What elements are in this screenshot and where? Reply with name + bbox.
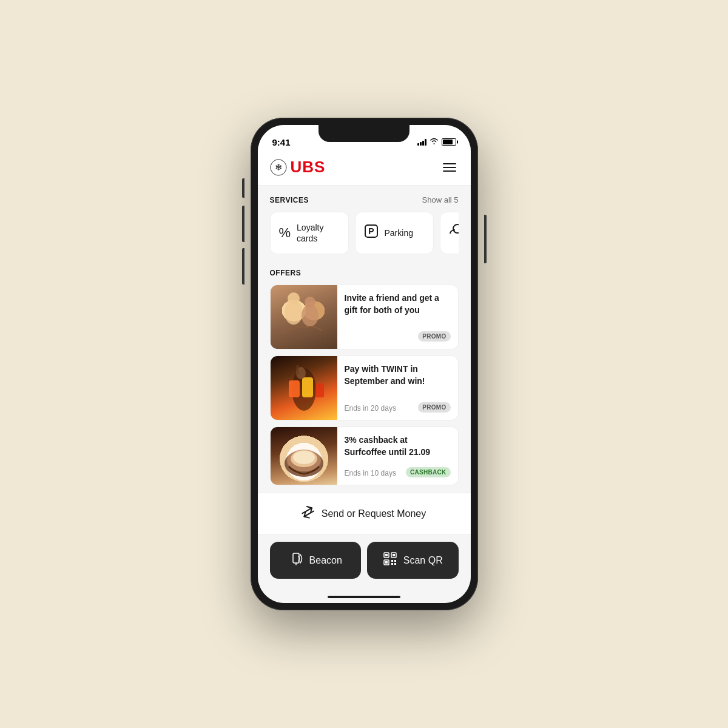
status-icons: [417, 138, 456, 146]
power-button: [484, 215, 487, 263]
main-content: SERVICES Show all 5 % Loyaltycards: [258, 186, 471, 493]
service-parking[interactable]: P Parking: [355, 212, 434, 254]
svg-rect-10: [289, 380, 300, 397]
services-section: SERVICES Show all 5 % Loyaltycards: [258, 186, 471, 259]
svg-rect-24: [385, 554, 388, 556]
service-transfer[interactable]: [440, 212, 459, 254]
offers-title: OFFERS: [270, 269, 302, 277]
svg-rect-12: [315, 383, 324, 397]
offers-section: OFFERS Invite: [258, 259, 471, 493]
battery-icon: [442, 138, 456, 146]
scan-qr-icon: [383, 551, 397, 569]
parking-icon: P: [364, 224, 379, 242]
send-request-button[interactable]: Send or Request Money: [270, 502, 459, 525]
show-all-services[interactable]: Show all 5: [422, 195, 459, 204]
volume-up-button: [242, 206, 244, 242]
home-indicator: [258, 591, 471, 603]
send-request-section: Send or Request Money: [258, 493, 471, 534]
offer-invite-image: [271, 285, 337, 349]
offer-surfcoffee-image: [271, 427, 337, 485]
loyalty-cards-icon: %: [279, 225, 291, 241]
svg-rect-19: [293, 553, 299, 563]
services-title: SERVICES: [270, 196, 309, 204]
svg-rect-25: [393, 554, 395, 556]
transfer-icon: [447, 224, 459, 242]
svg-point-6: [288, 292, 300, 305]
wifi-icon: [430, 138, 439, 146]
svg-rect-14: [296, 365, 299, 374]
offer-invite-friend[interactable]: Invite a friend and get a gift for both …: [270, 285, 459, 349]
offer-invite-footer: PROMO: [345, 331, 451, 342]
notch: [318, 125, 410, 142]
services-header: SERVICES Show all 5: [270, 195, 459, 204]
ubs-logo-icon: ❄: [270, 159, 287, 176]
offer-twint-footer: Ends in 20 days PROMO: [345, 402, 451, 413]
loyalty-cards-label: Loyaltycards: [297, 222, 323, 244]
volume-mute-button: [242, 178, 244, 198]
offer-twint-badge: PROMO: [418, 402, 450, 413]
offer-invite-badge: PROMO: [418, 331, 450, 342]
svg-text:P: P: [368, 226, 374, 236]
offer-twint-title: Pay with TWINT in September and win!: [345, 363, 451, 387]
svg-point-8: [305, 297, 315, 308]
phone-screen: 9:41: [258, 125, 471, 603]
svg-point-18: [293, 451, 315, 464]
svg-rect-30: [394, 563, 396, 565]
svg-rect-28: [394, 560, 396, 562]
ubs-logo: ❄ UBS: [270, 158, 326, 177]
svg-rect-29: [391, 563, 393, 565]
offer-invite-content: Invite a friend and get a gift for both …: [337, 285, 458, 349]
offer-twint-image: [271, 356, 337, 420]
svg-point-7: [302, 305, 318, 326]
volume-down-button: [242, 248, 244, 285]
beacon-button[interactable]: Beacon: [270, 542, 362, 579]
offers-header: OFFERS: [270, 269, 459, 277]
offer-invite-title: Invite a friend and get a gift for both …: [345, 292, 451, 316]
menu-button[interactable]: [440, 161, 459, 174]
svg-text:❄: ❄: [274, 161, 282, 172]
arrows-icon: [298, 503, 318, 524]
send-request-label: Send or Request Money: [322, 508, 426, 519]
offer-twint[interactable]: Pay with TWINT in September and win! End…: [270, 356, 459, 420]
beacon-label: Beacon: [309, 555, 342, 566]
svg-rect-26: [385, 561, 388, 564]
svg-rect-27: [391, 560, 393, 562]
home-bar: [328, 596, 400, 598]
offer-surfcoffee-content: 3% cashback at Surfcoffee until 21.09 En…: [337, 427, 458, 485]
scan-qr-button[interactable]: Scan QR: [367, 542, 459, 579]
offer-surfcoffee-badge: CASHBACK: [406, 467, 451, 477]
signal-icon: [417, 139, 426, 146]
offer-surfcoffee-footer: Ends in 10 days CASHBACK: [345, 467, 451, 477]
services-list: % Loyaltycards P Parking: [270, 212, 459, 254]
offer-twint-content: Pay with TWINT in September and win! End…: [337, 356, 458, 420]
parking-label: Parking: [385, 228, 413, 238]
service-loyalty-cards[interactable]: % Loyaltycards: [270, 212, 349, 254]
svg-rect-11: [302, 377, 313, 397]
phone-frame: 9:41: [251, 118, 478, 610]
offer-surfcoffee[interactable]: 3% cashback at Surfcoffee until 21.09 En…: [270, 426, 459, 485]
scan-qr-label: Scan QR: [403, 555, 443, 566]
beacon-icon: [289, 551, 303, 569]
app-header: ❄ UBS: [258, 152, 471, 186]
status-time: 9:41: [272, 137, 291, 147]
svg-point-4: [453, 224, 459, 233]
offer-twint-expiry: Ends in 20 days: [345, 404, 396, 413]
ubs-brand-name: UBS: [291, 158, 326, 177]
offer-surfcoffee-expiry: Ends in 10 days: [345, 469, 396, 477]
bottom-buttons: Beacon S: [258, 534, 471, 591]
offer-surfcoffee-title: 3% cashback at Surfcoffee until 21.09: [345, 434, 451, 458]
